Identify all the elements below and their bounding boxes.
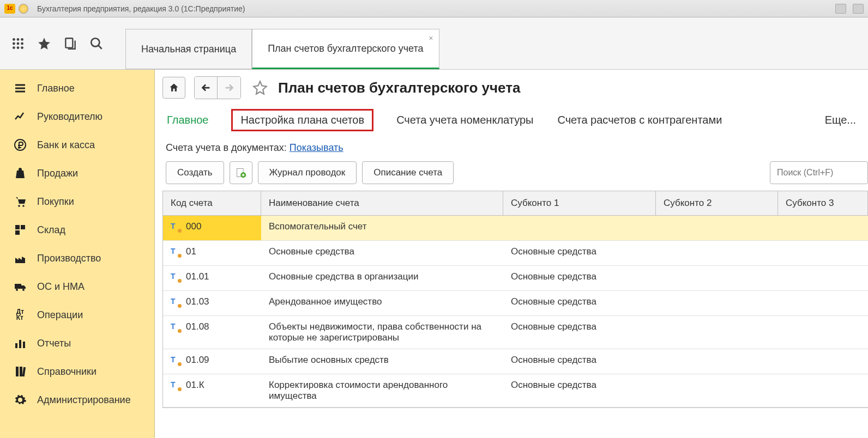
cell-code: 01.09 xyxy=(186,355,209,366)
subnav-contractors[interactable]: Счета расчетов с контрагентами xyxy=(556,112,723,129)
cell-sub2 xyxy=(656,316,778,349)
subnav-plan-settings[interactable]: Настройка плана счетов xyxy=(231,109,373,131)
window-print-icon[interactable] xyxy=(853,4,864,14)
sidebar-item-label: Справочники xyxy=(37,366,97,378)
sidebar-item-manager[interactable]: Руководителю xyxy=(0,102,154,131)
sidebar-item-purchases[interactable]: Покупки xyxy=(0,187,154,216)
table-row[interactable]: 01.08Объекты недвижимости, права собстве… xyxy=(163,316,868,349)
svg-point-10 xyxy=(91,38,99,46)
forward-button[interactable] xyxy=(218,77,240,99)
table-header: Код счета Наименование счета Субконто 1 … xyxy=(163,191,868,216)
svg-rect-16 xyxy=(15,230,20,235)
cell-name: Основные средства xyxy=(261,241,503,265)
back-button[interactable] xyxy=(195,77,218,99)
history-icon[interactable] xyxy=(63,36,77,51)
table-row[interactable]: 01.ККорректировка стоимости арендованног… xyxy=(163,374,868,407)
cell-sub1: Основные средства xyxy=(503,291,656,315)
col-name[interactable]: Наименование счета xyxy=(261,191,503,215)
svg-point-3 xyxy=(13,42,15,45)
cell-sub3 xyxy=(778,374,868,407)
svg-rect-14 xyxy=(15,225,20,229)
cell-name: Выбытие основных средств xyxy=(261,349,503,374)
window-title: Бухгалтерия предприятия, редакция 3.0 (1… xyxy=(37,4,245,13)
sidebar-item-operations[interactable]: ДтКтОперации xyxy=(0,301,154,329)
app-logo-icon: 1c xyxy=(4,4,15,14)
subnav-more[interactable]: Еще... xyxy=(824,112,857,129)
table-row[interactable]: 01Основные средстваОсновные средства xyxy=(163,241,868,266)
sidebar-item-catalogs[interactable]: Справочники xyxy=(0,357,154,386)
cell-name: Корректировка стоимости арендованного им… xyxy=(261,374,503,407)
table-row[interactable]: 01.01Основные средства в организацииОсно… xyxy=(163,266,868,291)
sidebar-item-warehouse[interactable]: Склад xyxy=(0,216,154,244)
table-row[interactable]: 01.03Арендованное имуществоОсновные сред… xyxy=(163,291,868,316)
docline-prefix: Счета учета в документах: xyxy=(166,142,290,153)
journal-button[interactable]: Журнал проводок xyxy=(258,161,357,184)
docline-link[interactable]: Показывать xyxy=(290,142,343,153)
sidebar-item-assets[interactable]: ОС и НМА xyxy=(0,272,154,301)
svg-rect-22 xyxy=(16,367,19,376)
ruble-icon xyxy=(13,138,27,152)
account-icon xyxy=(171,223,180,232)
search-input[interactable] xyxy=(770,161,868,184)
search-icon[interactable] xyxy=(89,36,104,51)
sidebar-item-label: Администрирование xyxy=(37,394,131,406)
window-minimize-button[interactable] xyxy=(19,4,28,14)
sidebar-item-admin[interactable]: Администрирование xyxy=(0,386,154,414)
cell-sub3 xyxy=(778,291,868,315)
cell-sub3 xyxy=(778,241,868,265)
dtkt-icon: ДтКт xyxy=(13,308,27,322)
subnav-main[interactable]: Главное xyxy=(166,112,209,129)
create-button[interactable]: Создать xyxy=(166,161,224,184)
favorite-button[interactable] xyxy=(251,78,269,97)
cell-code: 01 xyxy=(186,246,196,257)
sidebar-item-label: Главное xyxy=(37,83,75,94)
svg-rect-23 xyxy=(20,367,22,376)
table-row[interactable]: 000Вспомогательный счет xyxy=(163,216,868,241)
sidebar-item-label: Отчеты xyxy=(37,338,71,349)
main-content: План счетов бухгалтерского учета Главное… xyxy=(155,70,868,438)
cell-sub3 xyxy=(778,349,868,374)
col-code[interactable]: Код счета xyxy=(163,191,261,215)
home-button[interactable] xyxy=(162,77,185,99)
col-sub3[interactable]: Субконто 3 xyxy=(778,191,868,215)
cell-name: Основные средства в организации xyxy=(261,266,503,290)
window-settings-icon[interactable] xyxy=(835,4,846,14)
star-icon[interactable] xyxy=(37,36,51,51)
col-sub2[interactable]: Субконто 2 xyxy=(656,191,778,215)
tab-start-page[interactable]: Начальная страница xyxy=(125,29,252,69)
cell-code: 01.03 xyxy=(186,296,209,307)
cell-code: 000 xyxy=(186,221,201,232)
top-toolbar: Начальная страница План счетов бухгалтер… xyxy=(0,17,868,70)
apps-icon[interactable] xyxy=(11,36,25,51)
svg-point-0 xyxy=(13,38,15,41)
tab-label: Начальная страница xyxy=(141,44,236,55)
tab-chart-of-accounts[interactable]: План счетов бухгалтерского учета × xyxy=(252,29,439,69)
sidebar-item-label: Операции xyxy=(37,309,83,321)
sidebar-item-production[interactable]: Производство xyxy=(0,244,154,272)
sidebar-item-label: ОС и НМА xyxy=(37,281,85,293)
cell-sub2 xyxy=(656,291,778,315)
svg-point-5 xyxy=(21,42,23,45)
description-button[interactable]: Описание счета xyxy=(362,161,454,184)
sidebar-item-bank[interactable]: Банк и касса xyxy=(0,131,154,159)
bag-icon xyxy=(13,166,27,180)
cell-sub2 xyxy=(656,241,778,265)
tab-bar: Начальная страница План счетов бухгалтер… xyxy=(125,17,439,69)
sidebar-item-label: Банк и касса xyxy=(37,139,95,151)
subnav-nomenclature[interactable]: Счета учета номенклатуры xyxy=(395,112,534,129)
close-icon[interactable]: × xyxy=(429,34,433,42)
window-titlebar: 1c Бухгалтерия предприятия, редакция 3.0… xyxy=(0,0,868,17)
cell-name: Объекты недвижимости, права собственност… xyxy=(261,316,503,349)
sidebar-item-sales[interactable]: Продажи xyxy=(0,159,154,187)
svg-point-18 xyxy=(22,289,25,291)
svg-rect-20 xyxy=(19,340,21,348)
col-sub1[interactable]: Субконто 1 xyxy=(503,191,656,215)
cell-sub1: Основные средства xyxy=(503,241,656,265)
table-row[interactable]: 01.09Выбытие основных средствОсновные ср… xyxy=(163,349,868,374)
account-icon xyxy=(171,356,180,365)
cell-name: Вспомогательный счет xyxy=(261,216,503,240)
books-icon xyxy=(13,364,27,379)
sidebar-item-main[interactable]: Главное xyxy=(0,74,154,102)
sidebar-item-reports[interactable]: Отчеты xyxy=(0,329,154,357)
add-item-button[interactable] xyxy=(230,161,252,184)
